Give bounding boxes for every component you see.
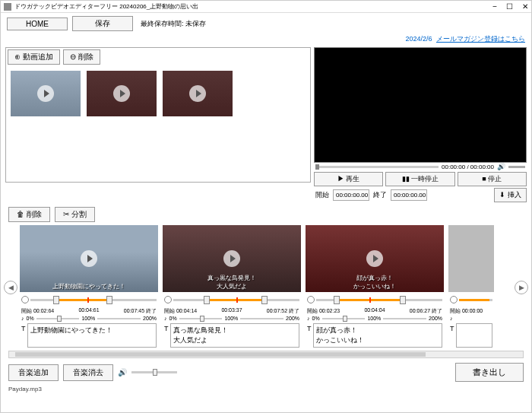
start-time-field[interactable]: 00:00:00.00 [333, 189, 369, 201]
clip-tools: 🗑 削除 ✂ 分割 [1, 204, 531, 225]
clip-strip: 上野動物園にやってきた！ 開始 00:02:64 00:04:61 00:07:… [17, 225, 515, 349]
clip-trim-slider[interactable] [306, 292, 444, 307]
split-clip-button[interactable]: ✂ 分割 [55, 207, 95, 222]
info-date: 2024/2/6 [405, 35, 432, 43]
clip-times: 開始 00:00:00 [448, 307, 494, 315]
text-icon: T [450, 323, 454, 348]
clip-volume[interactable]: ♪ 0%100%200% [306, 315, 444, 322]
play-icon [113, 85, 130, 102]
clip-volume[interactable]: ♪ 0%100%200% [20, 315, 158, 322]
timeline-clip[interactable]: 真っ黒な鳥発見！ 大人気だよ 開始 00:04:14 00:03:37 00:0… [163, 225, 301, 349]
play-icon [37, 85, 54, 102]
timeline-clip[interactable]: 開始 00:00:00 ♪ T [448, 225, 494, 349]
timeline-clip[interactable]: 上野動物園にやってきた！ 開始 00:02:64 00:04:61 00:07:… [20, 225, 158, 349]
play-icon [189, 85, 206, 102]
clip-text-row: T上野動物園にやってきた！ [20, 322, 158, 349]
pause-button[interactable]: ▮▮ 一時停止 [385, 172, 454, 186]
plus-icon: ⊕ [14, 52, 21, 61]
clip-caption: 真っ黒な鳥発見！ 大人気だよ [207, 274, 256, 291]
library-tools: ⊕ 動画追加 ⊖ 削除 [6, 48, 310, 66]
last-save-label: 最終保存時間: 未保存 [141, 19, 206, 29]
delete-music-button[interactable]: 音楽消去 [63, 364, 113, 381]
close-button[interactable]: ✕ [522, 2, 528, 11]
timeline-scrollbar[interactable] [8, 351, 524, 358]
clip-times: 開始 00:04:14 00:03:37 00:07:52 終了 [163, 307, 301, 315]
video-preview[interactable] [314, 47, 527, 163]
library-item[interactable] [11, 71, 81, 116]
titlebar: ドウガテックビデオエディターフリー 20240206_上野動物の思い出 − ☐ … [1, 1, 531, 13]
insert-button[interactable]: ⬇ 挿入 [494, 188, 527, 202]
clip-thumbnail[interactable]: 真っ黒な鳥発見！ 大人気だよ [163, 225, 301, 292]
text-icon: T [307, 323, 312, 348]
clip-text-input[interactable]: 真っ黒な鳥発見！ 大人気だよ [170, 323, 300, 348]
library-thumbnails [6, 66, 310, 121]
end-label: 終了 [372, 189, 388, 202]
clip-times: 開始 00:02:64 00:04:61 00:07:45 終了 [20, 307, 158, 315]
clip-volume[interactable]: ♪ [448, 315, 494, 322]
clip-caption: 上野動物園にやってきた！ [52, 282, 125, 291]
clip-times: 開始 00:02:23 00:04:04 00:06:27 終了 [306, 307, 444, 315]
seek-track[interactable] [315, 166, 439, 168]
play-button[interactable]: ▶ 再生 [314, 172, 383, 186]
window-title: ドウガテックビデオエディターフリー 20240206_上野動物の思い出 [14, 2, 198, 11]
preview-time: 00:00:00 / 00:00:00 [442, 164, 494, 170]
playback-controls: ▶ 再生 ▮▮ 一時停止 ■ 停止 [314, 172, 527, 186]
clock-icon [307, 296, 315, 303]
window-controls: − ☐ ✕ [492, 2, 528, 11]
clip-thumbnail[interactable]: 上野動物園にやってきた！ [20, 225, 158, 292]
clip-text-row: T顔が真っ赤！ かっこいいね！ [306, 322, 444, 349]
volume-slider[interactable] [508, 166, 525, 168]
clip-trim-slider[interactable] [448, 292, 494, 307]
clock-icon [450, 296, 458, 303]
start-label: 開始 [314, 189, 331, 202]
mail-magazine-link[interactable]: メールマガジン登録はこちら [436, 35, 525, 43]
text-icon: T [21, 323, 26, 348]
clip-trim-slider[interactable] [20, 292, 158, 307]
play-icon [81, 250, 97, 267]
main-toolbar: HOME 保存 最終保存時間: 未保存 [1, 13, 531, 34]
clip-text-row: T [448, 322, 494, 349]
home-button[interactable]: HOME [7, 17, 68, 30]
clip-text-input[interactable]: 上野動物園にやってきた！ [27, 323, 157, 348]
app-icon [4, 3, 11, 11]
add-video-button[interactable]: ⊕ 動画追加 [8, 49, 60, 65]
add-music-button[interactable]: 音楽追加 [8, 364, 59, 381]
clip-text-input[interactable]: 顔が真っ赤！ かっこいいね！ [313, 323, 443, 348]
export-button[interactable]: 書き出し [455, 363, 524, 382]
delete-video-button[interactable]: ⊖ 削除 [63, 49, 100, 65]
status-text: Payday.mp3 [8, 386, 42, 392]
clock-icon [21, 296, 29, 303]
clip-text-input[interactable] [456, 323, 493, 348]
speaker-icon[interactable]: 🔊 [497, 163, 505, 170]
seek-bar[interactable]: 00:00:00 / 00:00:00 🔊 [314, 163, 527, 170]
delete-clip-button[interactable]: 🗑 削除 [8, 207, 50, 222]
minimize-button[interactable]: − [492, 2, 497, 11]
bottom-toolbar: 音楽追加 音楽消去 🔊 書き出し [1, 360, 531, 385]
text-icon: T [164, 323, 169, 348]
main-top: ⊕ 動画追加 ⊖ 削除 00:00:00 / 00:00:00 🔊 ▶ 再生 ▮… [1, 46, 531, 204]
range-controls: 開始 00:00:00.00 終了 00:00:00.00 ⬇ 挿入 [314, 188, 527, 202]
music-volume-slider[interactable] [131, 371, 177, 373]
library-panel: ⊕ 動画追加 ⊖ 削除 [5, 47, 311, 183]
stop-button[interactable]: ■ 停止 [458, 172, 527, 186]
preview-panel: 00:00:00 / 00:00:00 🔊 ▶ 再生 ▮▮ 一時停止 ■ 停止 … [314, 47, 527, 202]
maximize-button[interactable]: ☐ [506, 2, 513, 11]
info-bar: 2024/2/6 メールマガジン登録はこちら [1, 34, 531, 46]
clip-caption: 顔が真っ赤！ かっこいいね！ [353, 274, 396, 291]
library-item[interactable] [163, 71, 233, 116]
clock-icon [164, 296, 172, 303]
scroll-left-button[interactable]: ◀ [4, 281, 17, 294]
play-icon [366, 250, 383, 267]
clip-text-row: T真っ黒な鳥発見！ 大人気だよ [163, 322, 301, 349]
clip-thumbnail[interactable] [448, 225, 494, 292]
end-time-field[interactable]: 00:00:00.00 [391, 189, 427, 201]
play-icon [223, 250, 240, 267]
library-item[interactable] [87, 71, 157, 116]
clip-thumbnail[interactable]: 顔が真っ赤！ かっこいいね！ [306, 225, 444, 292]
clip-trim-slider[interactable] [163, 292, 301, 307]
clip-volume[interactable]: ♪ 0%100%200% [163, 315, 301, 322]
minus-icon: ⊖ [70, 52, 76, 61]
scroll-right-button[interactable]: ▶ [515, 281, 528, 294]
timeline-clip[interactable]: 顔が真っ赤！ かっこいいね！ 開始 00:02:23 00:04:04 00:0… [306, 225, 444, 349]
save-button[interactable]: 保存 [72, 16, 133, 31]
